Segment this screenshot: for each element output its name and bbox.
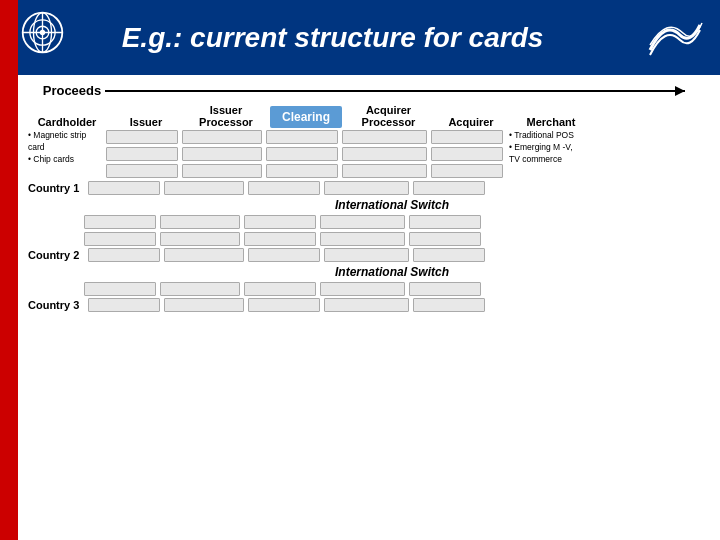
data-cell (244, 232, 316, 246)
data-cell (106, 164, 178, 178)
svg-point-6 (40, 30, 45, 35)
right-notes: • Traditional POS • Emerging M -V, TV co… (503, 130, 583, 166)
logo-right (645, 15, 700, 60)
data-cell (164, 248, 244, 262)
data-cell (84, 282, 156, 296)
country1-row3 (106, 164, 503, 178)
data-cell (182, 147, 262, 161)
data-cell (84, 215, 156, 229)
data-cell (248, 248, 320, 262)
country2-row2 (84, 232, 700, 246)
note-pos: • Traditional POS (509, 130, 583, 142)
col-header-acquirer-processor: Acquirer Processor (346, 104, 431, 128)
data-cell (248, 181, 320, 195)
country2-row1 (84, 215, 700, 229)
col-header-issuer-processor: Issuer Processor (186, 104, 266, 128)
data-cell (413, 248, 485, 262)
col-header-clearing: Clearing (270, 106, 342, 128)
page-title: E.g.: current structure for cards (20, 22, 645, 54)
note-magnetic: • Magnetic strip card (28, 130, 104, 154)
data-cell (324, 181, 409, 195)
data-cell (88, 181, 160, 195)
data-cell (88, 298, 160, 312)
data-cell (342, 164, 427, 178)
data-cell (106, 147, 178, 161)
main-content: Proceeds Cardholder Issuer Issuer Proces… (0, 75, 720, 312)
data-cell (106, 130, 178, 144)
col-header-acquirer: Acquirer (435, 116, 507, 128)
country1-row2 (106, 147, 503, 161)
country3-row1 (84, 282, 700, 296)
data-cell (164, 298, 244, 312)
data-cell (164, 181, 244, 195)
col-header-merchant: Merchant (511, 116, 591, 128)
country1-row1 (106, 130, 503, 144)
proceeds-label: Proceeds (43, 83, 102, 98)
data-cell (409, 282, 481, 296)
data-cell (324, 298, 409, 312)
note-chip: • Chip cards (28, 154, 104, 166)
data-cell (182, 130, 262, 144)
country2-label: Country 2 (28, 249, 84, 261)
data-cell (160, 282, 240, 296)
data-cell (320, 282, 405, 296)
logo-left (20, 10, 75, 65)
col-header-issuer: Issuer (110, 116, 182, 128)
data-cell (320, 232, 405, 246)
data-cell (160, 215, 240, 229)
clearing-box: Clearing (270, 106, 342, 128)
data-cell (324, 248, 409, 262)
international-switch-1: International Switch (84, 198, 700, 212)
data-cell (266, 130, 338, 144)
col-header-cardholder: Cardholder (28, 116, 106, 128)
country3-label: Country 3 (28, 299, 84, 311)
data-cell (182, 164, 262, 178)
header: E.g.: current structure for cards (0, 0, 720, 75)
international-switch-2: International Switch (84, 265, 700, 279)
data-cell (248, 298, 320, 312)
data-cell (342, 130, 427, 144)
left-notes: • Magnetic strip card • Chip cards (28, 130, 106, 166)
data-cell (320, 215, 405, 229)
data-cell (409, 215, 481, 229)
data-cell (84, 232, 156, 246)
data-cell (409, 232, 481, 246)
data-cell (244, 282, 316, 296)
data-cell (413, 298, 485, 312)
data-cell (160, 232, 240, 246)
data-cell (88, 248, 160, 262)
proceeds-row: Proceeds (28, 83, 700, 98)
proceeds-arrow (105, 90, 685, 92)
data-cell (413, 181, 485, 195)
data-cell (266, 164, 338, 178)
note-emerging: • Emerging M -V, TV commerce (509, 142, 583, 166)
data-cell (266, 147, 338, 161)
country1-label: Country 1 (28, 182, 84, 194)
data-cell (431, 164, 503, 178)
data-cell (431, 147, 503, 161)
data-cell (431, 130, 503, 144)
data-cell (244, 215, 316, 229)
data-cell (342, 147, 427, 161)
red-sidebar-bar (0, 0, 18, 540)
